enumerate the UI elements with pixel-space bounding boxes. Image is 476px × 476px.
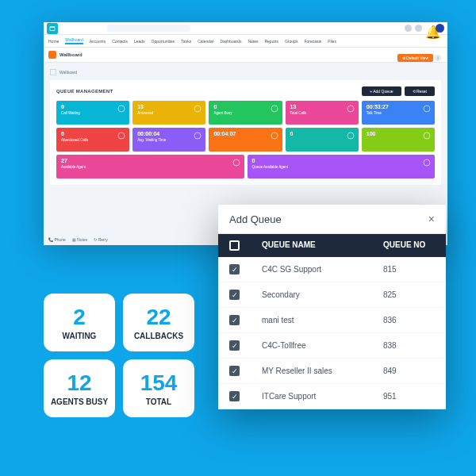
- queue-management-panel: QUEUE MANAGEMENT + Add Queue ⟲ Reset 0Ca…: [50, 80, 441, 185]
- select-all-checkbox[interactable]: [229, 240, 240, 251]
- app-logo[interactable]: [47, 23, 58, 34]
- tile[interactable]: 0: [286, 128, 359, 152]
- footer-tabs: 📞 Phone ▦ Notes ↻ Retry: [48, 237, 108, 242]
- avatar[interactable]: [436, 24, 444, 33]
- row-checkbox[interactable]: [229, 340, 240, 351]
- table-row[interactable]: C4C-Tollfree838: [218, 333, 446, 359]
- col-queue-no: QUEUE NO: [383, 240, 435, 251]
- top-right-controls: 🔔: [405, 24, 444, 33]
- table-row[interactable]: ITCare Support951: [218, 384, 446, 409]
- plus-icon[interactable]: [405, 25, 412, 32]
- tile[interactable]: 27Available Agent: [56, 155, 244, 178]
- nav-tasks[interactable]: Tasks: [181, 39, 191, 44]
- collapse-icon[interactable]: [50, 69, 56, 75]
- svg-point-1: [194, 106, 201, 112]
- tile[interactable]: 0Abandoned Calls: [56, 128, 129, 152]
- default-view-button[interactable]: ⚙ Default View: [397, 54, 433, 62]
- svg-point-6: [194, 132, 201, 139]
- nav-forecasts[interactable]: Forecasts: [304, 39, 321, 44]
- bell-icon[interactable]: 🔔: [425, 25, 432, 32]
- grid-icon[interactable]: [415, 25, 422, 32]
- notes-tab[interactable]: ▦ Notes: [72, 237, 87, 242]
- tile[interactable]: 13Answered: [132, 101, 205, 125]
- tile[interactable]: 0Call Waiting: [56, 101, 129, 125]
- row-checkbox[interactable]: [229, 290, 240, 300]
- row-checkbox[interactable]: [229, 391, 240, 401]
- reset-button[interactable]: ⟲ Reset: [405, 86, 435, 96]
- nav-wallboard[interactable]: Wallboard: [65, 37, 83, 44]
- svg-point-8: [347, 132, 354, 139]
- stat-tiles: 0Call Waiting13Answered0Agent Busy13Tota…: [56, 101, 435, 178]
- table-row[interactable]: C4C SG Support815: [218, 257, 446, 282]
- modal-rows: C4C SG Support815Secondary825mani test83…: [218, 257, 446, 409]
- stat-card: 154TOTAL: [123, 359, 194, 417]
- svg-point-10: [233, 159, 240, 166]
- breadcrumb-label: Wallboard: [60, 70, 77, 75]
- tile[interactable]: 00:04:07: [209, 128, 282, 152]
- tile[interactable]: 13Total Calls: [286, 101, 359, 125]
- modal-header: Add Queue ×: [218, 205, 446, 234]
- svg-point-3: [347, 106, 354, 112]
- main-nav: HomeWallboardAccountsContactsLeadsOpport…: [44, 35, 447, 48]
- nav-contacts[interactable]: Contacts: [112, 39, 128, 44]
- svg-point-4: [424, 106, 430, 112]
- row-checkbox[interactable]: [229, 264, 240, 274]
- tile[interactable]: 0Queue Available Agent: [248, 155, 436, 178]
- nav-dashboards[interactable]: Dashboards: [220, 39, 241, 44]
- nav-groups[interactable]: Groups: [285, 39, 298, 44]
- phone-tab[interactable]: 📞 Phone: [48, 237, 66, 242]
- panel-title: QUEUE MANAGEMENT: [56, 89, 113, 94]
- table-row[interactable]: Secondary825: [218, 282, 446, 308]
- col-queue-name: QUEUE NAME: [262, 240, 383, 251]
- svg-point-11: [424, 159, 430, 166]
- retry-tab[interactable]: ↻ Retry: [94, 237, 107, 242]
- sub-logo-icon: [48, 51, 56, 59]
- svg-point-9: [424, 132, 430, 139]
- svg-point-0: [118, 106, 125, 112]
- nav-calendar[interactable]: Calendar: [198, 39, 213, 44]
- nav-home[interactable]: Home: [48, 39, 59, 44]
- stat-card: 12AGENTS BUSY: [44, 359, 115, 417]
- add-queue-button[interactable]: + Add Queue: [362, 86, 401, 96]
- modal-title: Add Queue: [229, 213, 282, 225]
- titlebar: 🔔: [44, 22, 447, 35]
- breadcrumb: Wallboard: [50, 69, 441, 75]
- svg-point-5: [118, 132, 125, 139]
- table-row[interactable]: MY Reseller II sales849: [218, 359, 446, 384]
- panel-header: QUEUE MANAGEMENT + Add Queue ⟲ Reset: [56, 86, 435, 96]
- panel-buttons: + Add Queue ⟲ Reset: [362, 86, 435, 96]
- tile[interactable]: 00:00:04Avg. Waiting Time: [132, 128, 205, 152]
- nav-notes[interactable]: Notes: [248, 39, 258, 44]
- nav-reports[interactable]: Reports: [264, 39, 278, 44]
- sub-title: Wallboard: [60, 52, 83, 57]
- info-icon[interactable]: i: [435, 55, 441, 61]
- tile[interactable]: 00:53:27Talk Time: [362, 101, 435, 125]
- summary-stats: 2WAITING22CALLBACKS12AGENTS BUSY154TOTAL: [44, 294, 194, 417]
- nav-files[interactable]: Files: [328, 39, 336, 44]
- modal-table-header: QUEUE NAME QUEUE NO: [218, 234, 446, 257]
- svg-point-7: [271, 132, 278, 139]
- table-row[interactable]: mani test836: [218, 308, 446, 333]
- tile[interactable]: 100: [362, 128, 435, 152]
- svg-point-2: [271, 106, 278, 112]
- stat-card: 2WAITING: [44, 294, 115, 351]
- search-input[interactable]: [107, 25, 190, 32]
- sub-header: Wallboard: [44, 48, 447, 63]
- row-checkbox[interactable]: [229, 366, 240, 376]
- stat-card: 22CALLBACKS: [123, 294, 194, 351]
- nav-opportunities[interactable]: Opportunities: [152, 39, 175, 44]
- row-checkbox[interactable]: [229, 315, 240, 325]
- nav-accounts[interactable]: Accounts: [90, 39, 106, 44]
- nav-leads[interactable]: Leads: [134, 39, 145, 44]
- close-icon[interactable]: ×: [428, 213, 435, 225]
- tile[interactable]: 0Agent Busy: [209, 101, 282, 125]
- add-queue-modal: Add Queue × QUEUE NAME QUEUE NO C4C SG S…: [218, 205, 446, 409]
